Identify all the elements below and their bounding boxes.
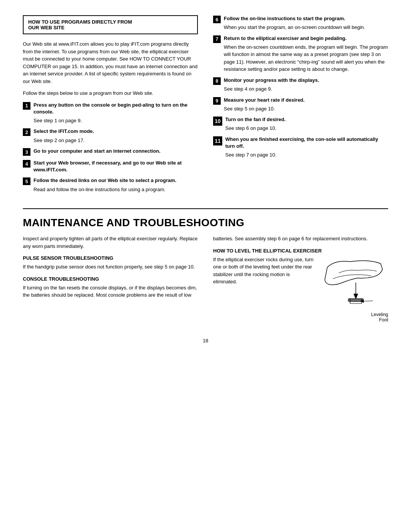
svg-line-3: [363, 301, 373, 301]
step-7: 7 Return to the elliptical exerciser and…: [213, 35, 388, 73]
step-title-9: Measure your heart rate if desired.: [224, 97, 388, 104]
console-heading: CONSOLE TROUBLESHOOTING: [23, 276, 198, 282]
step-sub-8: See step 4 on page 9.: [224, 85, 388, 93]
right-column: 6 Follow the on-line instructions to sta…: [213, 15, 388, 197]
intro-para-1: Our Web site at www.iFIT.com allows you …: [23, 40, 198, 85]
pulse-text: If the handgrip pulse sensor does not fu…: [23, 263, 198, 271]
step-content-8: Monitor your progress with the displays.…: [224, 77, 388, 93]
step-title-7: Return to the elliptical exerciser and b…: [224, 35, 388, 42]
steps-left: 1 Press any button on the console or beg…: [23, 102, 198, 193]
left-column: HOW TO USE PROGRAMS DIRECTLY FROM OUR WE…: [23, 15, 198, 197]
level-text: If the elliptical exerciser rocks during…: [213, 256, 314, 286]
maintenance-right: batteries. See assembly step 6 on page 6…: [213, 235, 388, 323]
step-title-1: Press any button on the console or begin…: [33, 102, 198, 115]
step-number-5: 5: [23, 177, 30, 185]
step-content-11: When you are finished exercising, the co…: [225, 136, 388, 159]
maintenance-intro: Inspect and properly tighten all parts o…: [23, 235, 198, 250]
step-10: 10 Turn on the fan if desired. See step …: [213, 116, 388, 132]
step-title-4: Start your Web browser, if necessary, an…: [33, 160, 198, 173]
step-title-11: When you are finished exercising, the co…: [225, 136, 388, 150]
step-number-7: 7: [213, 35, 221, 43]
step-sub-10: See step 6 on page 10.: [225, 125, 388, 132]
step-title-5: Follow the desired links on our Web site…: [33, 177, 198, 184]
leveling-svg: [320, 256, 388, 309]
maintenance-two-col: Inspect and properly tighten all parts o…: [23, 235, 388, 323]
step-title-6: Follow the on-line instructions to start…: [224, 15, 388, 22]
step-2: 2 Select the iFIT.com mode. See step 2 o…: [23, 128, 198, 144]
step-3: 3 Go to your computer and start an inter…: [23, 148, 198, 156]
how-to-box-title: HOW TO USE PROGRAMS DIRECTLY FROM OUR WE…: [28, 19, 193, 30]
step-1: 1 Press any button on the console or beg…: [23, 102, 198, 125]
step-6: 6 Follow the on-line instructions to sta…: [213, 15, 388, 31]
maintenance-left: Inspect and properly tighten all parts o…: [23, 235, 198, 323]
level-heading: HOW TO LEVEL THE ELLIPTICAL EXERCISER: [213, 248, 388, 254]
step-content-2: Select the iFIT.com mode. See step 2 on …: [33, 128, 198, 144]
step-number-3: 3: [23, 148, 30, 156]
step-sub-2: See step 2 on page 17.: [33, 137, 198, 144]
svg-marker-1: [354, 294, 358, 299]
step-number-11: 11: [213, 136, 222, 145]
step-title-10: Turn on the fan if desired.: [225, 116, 388, 123]
step-content-3: Go to your computer and start an interne…: [33, 148, 198, 155]
step-content-5: Follow the desired links on our Web site…: [33, 177, 198, 193]
maintenance-title: MAINTENANCE AND TROUBLESHOOTING: [23, 217, 388, 229]
step-number-4: 4: [23, 160, 30, 168]
steps-right: 6 Follow the on-line instructions to sta…: [213, 15, 388, 159]
step-number-8: 8: [213, 77, 221, 85]
step-sub-1: See step 1 on page 9.: [33, 117, 198, 125]
step-title-3: Go to your computer and start an interne…: [33, 148, 198, 155]
page-content: HOW TO USE PROGRAMS DIRECTLY FROM OUR WE…: [23, 15, 388, 343]
step-sub-11: See step 7 on page 10.: [225, 151, 388, 159]
how-to-box: HOW TO USE PROGRAMS DIRECTLY FROM OUR WE…: [23, 15, 198, 34]
page-number: 18: [23, 338, 388, 343]
step-content-4: Start your Web browser, if necessary, an…: [33, 160, 198, 173]
step-9: 9 Measure your heart rate if desired. Se…: [213, 97, 388, 113]
step-5: 5 Follow the desired links on our Web si…: [23, 177, 198, 193]
step-sub-7: When the on-screen countdown ends, the p…: [224, 43, 388, 73]
leveling-image: Leveling Foot: [320, 256, 388, 323]
step-number-1: 1: [23, 102, 30, 110]
intro-para-2: Follow the steps below to use a program …: [23, 89, 198, 97]
leveling-label: Leveling Foot: [320, 312, 388, 323]
step-number-9: 9: [213, 97, 221, 105]
step-number-6: 6: [213, 16, 221, 23]
maintenance-intro-right: batteries. See assembly step 6 on page 6…: [213, 235, 388, 243]
step-number-10: 10: [213, 117, 222, 126]
step-4: 4 Start your Web browser, if necessary, …: [23, 160, 198, 173]
pulse-heading: PULSE SENSOR TROUBLESHOOTING: [23, 255, 198, 261]
step-title-2: Select the iFIT.com mode.: [33, 128, 198, 135]
step-sub-6: When you start the program, an on-screen…: [224, 24, 388, 31]
section-divider: [23, 208, 388, 209]
step-sub-9: See step 5 on page 10.: [224, 105, 388, 113]
leveling-container: If the elliptical exerciser rocks during…: [213, 256, 388, 323]
step-number-2: 2: [23, 128, 30, 136]
maintenance-section: MAINTENANCE AND TROUBLESHOOTING Inspect …: [23, 217, 388, 323]
step-content-9: Measure your heart rate if desired. See …: [224, 97, 388, 113]
how-to-section: HOW TO USE PROGRAMS DIRECTLY FROM OUR WE…: [23, 15, 388, 197]
step-8: 8 Monitor your progress with the display…: [213, 77, 388, 93]
step-content-10: Turn on the fan if desired. See step 6 o…: [225, 116, 388, 132]
console-text: If turning on the fan resets the console…: [23, 284, 198, 299]
step-content-1: Press any button on the console or begin…: [33, 102, 198, 125]
step-content-6: Follow the on-line instructions to start…: [224, 15, 388, 31]
step-sub-5: Read and follow the on-line instructions…: [33, 186, 198, 193]
step-11: 11 When you are finished exercising, the…: [213, 136, 388, 159]
step-content-7: Return to the elliptical exerciser and b…: [224, 35, 388, 73]
step-title-8: Monitor your progress with the displays.: [224, 77, 388, 84]
